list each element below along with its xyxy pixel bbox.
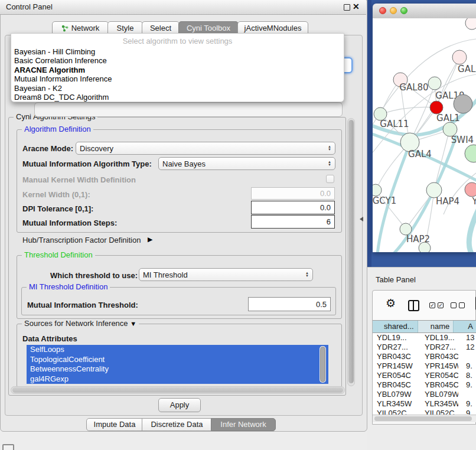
- data-attributes-list[interactable]: SelfLoopsTopologicalCoefficientBetweenne…: [27, 345, 328, 384]
- tab-label: Style: [117, 24, 134, 32]
- aracne-mode-label: Aracne Mode:: [22, 144, 73, 153]
- table-hscroll-thumb[interactable]: [374, 416, 472, 421]
- table-cell: YBL079W: [373, 390, 420, 399]
- network-node[interactable]: [454, 94, 472, 113]
- network-node[interactable]: [373, 184, 382, 196]
- table-cell: YDR27...: [420, 343, 458, 352]
- table-rows: YDL19...YDL19...13YDR27...YDR27...12YBR0…: [373, 333, 476, 415]
- data-attribute-item[interactable]: BetweennessCentrality: [27, 364, 328, 374]
- table-cell: YBR043C: [420, 352, 458, 361]
- zoom-window-icon[interactable]: [400, 7, 407, 14]
- network-window-titlebar[interactable]: [373, 4, 476, 19]
- table-row[interactable]: YPR145WYPR145W9.: [373, 361, 476, 371]
- table-horizontal-scrollbar[interactable]: [373, 415, 476, 422]
- table-row[interactable]: YLR345WYLR345W9.: [373, 399, 476, 409]
- tab-impute-data[interactable]: Impute Data: [86, 418, 143, 431]
- network-node[interactable]: [400, 223, 412, 235]
- apply-button[interactable]: Apply: [158, 398, 201, 412]
- gear-icon[interactable]: ⚙: [386, 298, 396, 309]
- node-label: GAL80: [399, 82, 428, 93]
- select-all-checkbox-icon[interactable]: ✓: [438, 302, 444, 308]
- table-row[interactable]: YDR27...YDR27...12: [373, 343, 476, 352]
- select-all-checkbox-icon[interactable]: ✓: [429, 302, 435, 308]
- algorithm-option[interactable]: Bayesian - Hill Climbing: [11, 47, 344, 56]
- control-panel-title: Control Panel: [6, 0, 53, 14]
- dpi-tolerance-field[interactable]: 0.0: [251, 201, 335, 214]
- tab-infer-network[interactable]: Infer Network: [211, 418, 276, 431]
- aracne-mode-select[interactable]: Discovery ▲▼: [76, 142, 335, 155]
- tab-discretize-data[interactable]: Discretize Data: [142, 418, 212, 431]
- network-node[interactable]: [430, 101, 443, 114]
- list-scrollbar-thumb[interactable]: [320, 347, 325, 382]
- data-attribute-item[interactable]: TopologicalCoefficient: [27, 355, 328, 365]
- table-cell: YBL079W: [420, 390, 458, 399]
- table-row[interactable]: YBL079WYBL079W: [373, 390, 476, 399]
- secondary-combobox[interactable]: [34, 102, 343, 117]
- algorithm-options: Bayesian - Hill ClimbingBasic Correlatio…: [11, 47, 344, 102]
- table-panel-title: Table Panel: [376, 275, 416, 284]
- table-row[interactable]: YBR043CYBR043C: [373, 352, 476, 361]
- settings-vscroll-thumb[interactable]: [348, 120, 354, 383]
- table-cell: YBR043C: [373, 352, 420, 361]
- network-canvas[interactable]: GAL2GAL80GAL10GAL1GAL11SWI4GAL4GCY1HAP4Y…: [373, 18, 476, 252]
- node-label: HAP4: [436, 196, 459, 207]
- float-panel-icon[interactable]: [344, 4, 350, 11]
- algorithm-option[interactable]: Dream8 DC_TDC Algorithm: [11, 93, 344, 102]
- network-node[interactable]: [465, 145, 476, 162]
- algorithm-option[interactable]: Basic Correlation Inference: [11, 56, 344, 65]
- network-node[interactable]: [452, 50, 467, 64]
- table-cell: YDL19...: [420, 333, 458, 343]
- table-cell: YBR045C: [420, 380, 458, 390]
- table-row[interactable]: YDL19...YDL19...13: [373, 333, 476, 343]
- which-threshold-select[interactable]: MI Threshold ▲▼: [139, 268, 313, 281]
- close-window-icon[interactable]: [379, 7, 386, 14]
- table-panel-region: Table Panel ⚙ ✓ ✓ shared... name A YDL19…: [367, 267, 476, 450]
- algorithm-option[interactable]: ARACNE Algorithm: [11, 66, 344, 74]
- mi-threshold-field[interactable]: 0.5: [248, 297, 331, 311]
- column-header-partial[interactable]: A: [454, 321, 476, 332]
- table-cell: [458, 352, 476, 361]
- sources-collapse-arrow-icon[interactable]: ▼: [130, 320, 136, 327]
- network-node[interactable]: [419, 242, 431, 252]
- table-row[interactable]: YBR045CYBR045C9.: [373, 380, 476, 390]
- table-cell: 9.: [458, 399, 476, 409]
- network-graph: GAL2GAL80GAL10GAL1GAL11SWI4GAL4GCY1HAP4Y…: [373, 18, 476, 252]
- manual-kernel-checkbox[interactable]: [326, 175, 334, 183]
- data-attribute-item[interactable]: SelfLoops: [27, 345, 328, 355]
- algorithm-option[interactable]: Mutual Information Inference: [11, 74, 344, 83]
- column-header-shared-name[interactable]: shared...: [373, 321, 418, 332]
- network-node[interactable]: [465, 18, 476, 30]
- kernel-width-label: Kernel Width (0,1):: [22, 190, 90, 199]
- table-cell: YIL052C: [373, 409, 420, 415]
- network-view-window[interactable]: GAL2GAL80GAL10GAL1GAL11SWI4GAL4GCY1HAP4Y…: [373, 4, 476, 252]
- column-header-name[interactable]: name: [418, 321, 454, 332]
- minimize-window-icon[interactable]: [390, 7, 397, 14]
- tab-label: Cyni Toolbox: [187, 24, 230, 32]
- table-row[interactable]: YIL052CYIL052C9.: [373, 409, 476, 415]
- network-node[interactable]: [465, 182, 476, 197]
- data-attribute-item[interactable]: gal4RGexp: [27, 374, 328, 384]
- settings-horizontal-scrollbar[interactable]: [11, 386, 345, 394]
- table-cell: [458, 390, 476, 399]
- list-scrollbar[interactable]: [319, 346, 326, 383]
- mi-type-select[interactable]: Naive Bayes ▲▼: [158, 157, 335, 170]
- settings-vertical-scrollbar[interactable]: [347, 118, 355, 386]
- deselect-all-checkbox-icon[interactable]: [459, 302, 465, 308]
- sources-group-title: Sources for Network Inference ▼: [22, 319, 139, 328]
- columns-icon[interactable]: [408, 300, 419, 311]
- node-label: SWI4: [451, 135, 474, 145]
- deselect-all-checkbox-icon[interactable]: [451, 302, 457, 308]
- table-row[interactable]: YER054CYER054C8.: [373, 371, 476, 380]
- bottom-left-icon[interactable]: [2, 444, 14, 450]
- mi-threshold-label: Mutual Information Threshold:: [27, 301, 138, 309]
- node-label: GAL4: [408, 149, 432, 159]
- network-node[interactable]: [428, 77, 441, 90]
- which-threshold-value: MI Threshold: [143, 270, 188, 279]
- algorithm-option[interactable]: Bayesian - K2: [11, 84, 344, 93]
- mi-steps-field[interactable]: 6: [251, 215, 335, 229]
- settings-hscroll-thumb[interactable]: [12, 387, 343, 393]
- control-panel-titlebar[interactable]: Control Panel ✕: [0, 0, 366, 15]
- hub-expand-arrow-icon[interactable]: ▶: [148, 236, 152, 243]
- close-panel-icon[interactable]: ✕: [353, 0, 360, 14]
- splitter-collapse-icon[interactable]: [360, 217, 363, 221]
